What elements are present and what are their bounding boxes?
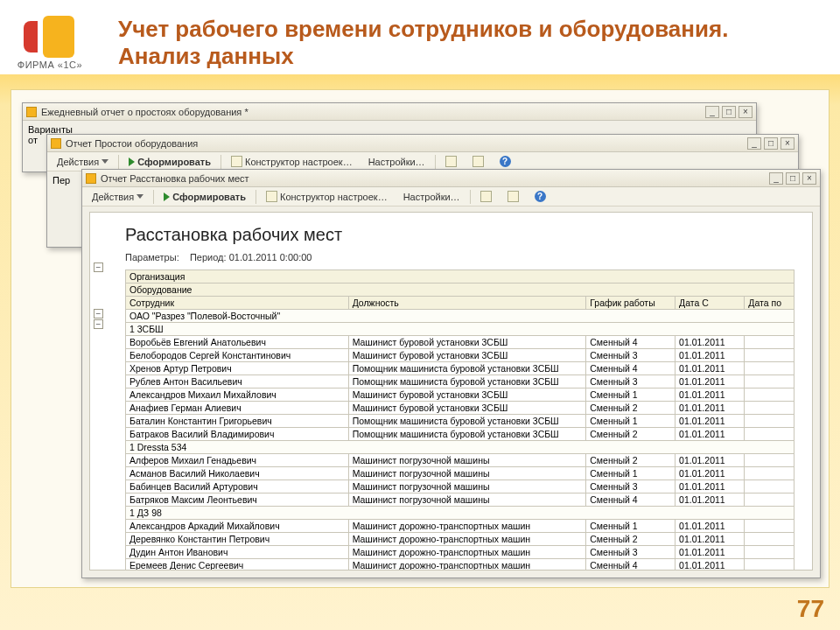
- actions-menu[interactable]: Действия: [86, 190, 150, 204]
- close-button[interactable]: ×: [738, 106, 752, 118]
- table-row[interactable]: Анафиев Герман АлиевичМашинист буровой у…: [126, 402, 794, 415]
- outline-column: − − −: [94, 262, 118, 561]
- close-button[interactable]: ×: [780, 137, 794, 150]
- table-row[interactable]: Александров Аркадий МихайловичМашинист д…: [126, 520, 794, 533]
- generate-button[interactable]: Сформировать: [158, 190, 252, 204]
- table-row[interactable]: Батраков Василий ВладимировичПомощник ма…: [126, 428, 794, 441]
- help-icon: ?: [535, 191, 546, 202]
- window-icon: [86, 173, 96, 184]
- collapse-button[interactable]: −: [94, 262, 103, 272]
- chevron-down-icon: [102, 159, 108, 164]
- window-icon: [51, 138, 61, 149]
- tool-icon-2[interactable]: [466, 154, 490, 169]
- slide-title: Учет рабочего времени сотрудников и обор…: [118, 16, 805, 70]
- table-row[interactable]: Дудин Антон ИвановичМашинист дорожно-тра…: [126, 546, 794, 559]
- logo-icon: [24, 16, 76, 58]
- window-title: Отчет Расстановка рабочих мест: [101, 173, 769, 184]
- table-row[interactable]: Баталин Константин ГригорьевичПомощник м…: [126, 415, 794, 428]
- table-row[interactable]: Асманов Василий НиколаевичМашинист погру…: [126, 467, 794, 480]
- collapse-button[interactable]: −: [94, 309, 103, 318]
- table-row[interactable]: Рублев Антон ВасильевичПомощник машинист…: [126, 375, 794, 388]
- tool-icon-1[interactable]: [474, 189, 498, 204]
- window-icon: [26, 107, 37, 117]
- table-row[interactable]: Хренов Артур ПетровичПомощник машиниста …: [126, 362, 794, 375]
- report-grid: ОрганизацияОборудованиеСотрудникДолжност…: [125, 270, 794, 570]
- table-row[interactable]: Батряков Максим ЛеонтьевичМашинист погру…: [126, 494, 794, 507]
- constructor-button[interactable]: Конструктор настроек…: [260, 189, 394, 204]
- play-icon: [129, 158, 135, 166]
- report-params: Параметры: Период: 01.01.2011 0:00:00: [125, 252, 794, 262]
- table-row[interactable]: 1 Dressta 534: [126, 441, 794, 454]
- window-title: Отчет Простои оборудования: [66, 138, 747, 149]
- settings-button[interactable]: Настройки…: [362, 155, 431, 169]
- content-area: Ежедневный отчет о простоях оборудования…: [10, 89, 830, 588]
- tool-icon-1[interactable]: [439, 154, 463, 169]
- constructor-button[interactable]: Конструктор настроек…: [225, 154, 359, 169]
- table-row[interactable]: Еремеев Денис СергеевичМашинист дорожно-…: [126, 559, 794, 571]
- collapse-button[interactable]: −: [94, 319, 103, 329]
- maximize-button[interactable]: □: [722, 106, 736, 118]
- generate-button[interactable]: Сформировать: [122, 155, 217, 169]
- gear-icon: [266, 191, 277, 202]
- table-row[interactable]: 1 3СБШ: [126, 323, 794, 336]
- table-row[interactable]: Алферов Михаил ГенадьевичМашинист погруз…: [126, 454, 794, 467]
- brand-label: ФИРМА «1С»: [10, 60, 89, 70]
- close-button[interactable]: ×: [802, 172, 816, 185]
- table-row[interactable]: Оборудование: [126, 284, 794, 297]
- minimize-button[interactable]: _: [705, 106, 719, 118]
- play-icon: [164, 192, 170, 201]
- gear-icon: [231, 156, 242, 167]
- toolbar: Действия Сформировать Конструктор настро…: [82, 187, 820, 206]
- label: от: [28, 135, 38, 145]
- window-title: Ежедневный отчет о простоях оборудования…: [41, 107, 705, 117]
- help-button[interactable]: ?: [494, 154, 517, 169]
- table-row[interactable]: Белобородов Сергей КонстантиновичМашинис…: [126, 349, 794, 362]
- page-number: 77: [797, 595, 824, 623]
- table-row[interactable]: 1 ДЗ 98: [126, 507, 794, 520]
- table-row[interactable]: Деревянко Константин ПетровичМашинист до…: [126, 533, 794, 546]
- table-row[interactable]: ОАО "Разрез "Полевой-Восточный": [126, 310, 794, 323]
- label: Пер: [52, 175, 70, 186]
- report-title: Расстановка рабочих мест: [125, 225, 794, 245]
- chevron-down-icon: [136, 194, 144, 199]
- brand-logo: ФИРМА «1С»: [10, 16, 89, 70]
- table-row[interactable]: Александров Михаил МихайловичМашинист бу…: [126, 388, 794, 402]
- table-row[interactable]: Воробьёв Евгений АнатольевичМашинист бур…: [126, 336, 794, 349]
- table-row[interactable]: Бабинцев Василий АртуровичМашинист погру…: [126, 480, 794, 494]
- minimize-button[interactable]: _: [747, 137, 761, 150]
- maximize-button[interactable]: □: [764, 137, 778, 150]
- maximize-button[interactable]: □: [786, 172, 800, 185]
- minimize-button[interactable]: _: [769, 172, 783, 185]
- table-row[interactable]: СотрудникДолжностьГрафик работыДата СДат…: [126, 297, 794, 310]
- window-workplace-assignment[interactable]: Отчет Расстановка рабочих мест _ □ × Дей…: [81, 169, 821, 578]
- settings-button[interactable]: Настройки…: [397, 190, 466, 204]
- table-row[interactable]: Организация: [126, 270, 794, 284]
- report-body: − − − Расстановка рабочих мест Параметры…: [89, 212, 813, 570]
- help-icon: ?: [500, 156, 511, 167]
- actions-menu[interactable]: Действия: [51, 155, 115, 169]
- help-button[interactable]: ?: [528, 189, 552, 204]
- tool-icon-2[interactable]: [501, 189, 525, 204]
